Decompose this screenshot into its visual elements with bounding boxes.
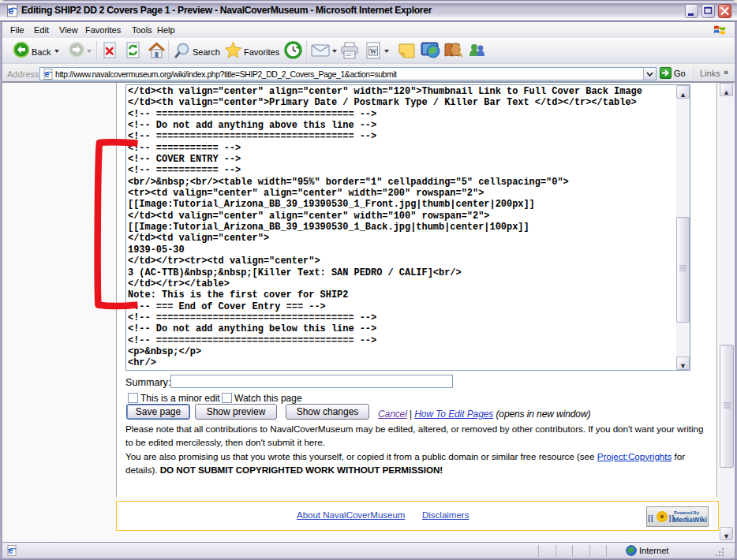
svg-text:W: W [370, 47, 377, 55]
svg-text:e: e [8, 5, 13, 17]
svg-text:e: e [9, 546, 13, 555]
svg-text:MediaWiki: MediaWiki [673, 516, 707, 524]
svg-text:Powered By: Powered By [674, 510, 700, 515]
svg-text:[[: [[ [648, 513, 654, 522]
svg-text:e: e [45, 69, 50, 79]
